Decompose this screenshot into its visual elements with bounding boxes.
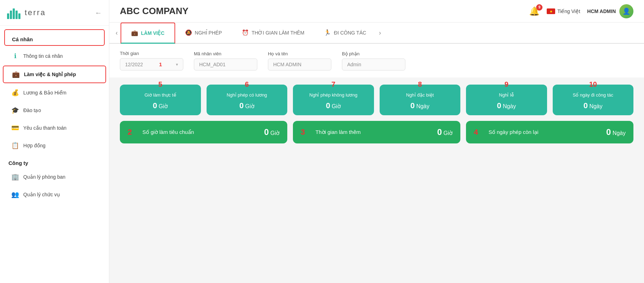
contract-icon: 📋 xyxy=(11,142,19,149)
collapse-button[interactable]: ← xyxy=(95,9,102,17)
work-icon: 💼 xyxy=(12,70,20,78)
avatar: 👤 xyxy=(619,4,633,18)
sidebar-item-hop-dong[interactable]: 📋 Hợp đồng xyxy=(3,137,106,154)
sidebar-item-label: Yêu cầu thanh toán xyxy=(23,125,67,131)
filter-ma-nhan-vien: Mã nhân viên HCM_AD01 xyxy=(194,51,257,70)
card-value: 0 Giờ xyxy=(264,127,280,137)
svg-rect-2 xyxy=(13,8,15,19)
sidebar-item-quan-ly-phong[interactable]: 🏢 Quản lý phòng ban xyxy=(3,169,106,185)
sidebar-item-label: Quản lý phòng ban xyxy=(23,174,66,180)
bottom-card-4: 4 Số ngày phép còn lại 0 Ngày xyxy=(466,121,633,143)
sidebar-item-label: Đào tạo xyxy=(23,107,41,113)
work-tab-icon: 💼 xyxy=(131,30,138,36)
sidebar-item-label: Làm việc & Nghỉ phép xyxy=(24,72,76,77)
tab-label: NGHỈ PHÉP xyxy=(195,30,222,36)
sidebar-item-luong[interactable]: 💰 Lương & Bảo Hiểm xyxy=(3,85,106,101)
language-label: Tiếng Việt xyxy=(557,8,580,14)
ho-va-ten-label: Họ và tên xyxy=(268,51,331,56)
thoi-gian-label: Thời gian xyxy=(120,51,183,56)
bottom-card-2: 2 Số giờ làm tiêu chuẩn 0 Giờ xyxy=(120,121,287,143)
sidebar-section-cong-ty: Công ty xyxy=(0,154,109,168)
tab-label: ĐI CÔNG TÁC xyxy=(334,30,366,36)
leave-tab-icon: 🔕 xyxy=(185,29,192,36)
sidebar-item-yeu-cau[interactable]: 💳 Yêu cầu thanh toán xyxy=(3,120,106,136)
svg-rect-0 xyxy=(7,13,9,19)
card-value: 0 Giờ xyxy=(153,101,168,110)
topbar: ABC COMPANY 🔔 9 Tiếng Việt HCM ADMIN 👤 xyxy=(109,0,644,23)
card-badge: 6 xyxy=(245,80,249,88)
main-area: ABC COMPANY 🔔 9 Tiếng Việt HCM ADMIN 👤 ‹… xyxy=(109,0,644,283)
overtime-tab-icon: ⏰ xyxy=(242,29,249,36)
card-title: Nghỉ lễ xyxy=(499,92,514,98)
content-area: ‹ 💼 LÀM VIỆC 🔕 NGHỈ PHÉP ⏰ THỜI GIAN LÀM… xyxy=(109,23,644,283)
notification-button[interactable]: 🔔 9 xyxy=(529,6,540,16)
bottom-card-3: 3 Thời gian làm thêm 0 Giờ xyxy=(293,121,460,143)
card-title: Số ngày đi công tác xyxy=(573,92,613,98)
svg-rect-4 xyxy=(18,13,20,19)
filter-thoi-gian: Thời gian 12/2022 1 ▾ xyxy=(120,51,183,70)
sidebar-item-thong-tin[interactable]: ℹ Thông tin cá nhân xyxy=(3,48,106,64)
bo-phan-value: Admin xyxy=(347,62,361,67)
card-badge: 10 xyxy=(589,80,597,88)
user-menu[interactable]: HCM ADMIN 👤 xyxy=(587,4,633,18)
tab-scroll-left[interactable]: ‹ xyxy=(113,29,121,37)
notification-badge: 9 xyxy=(536,4,542,11)
tab-scroll-right[interactable]: › xyxy=(376,29,384,37)
top-card-5: 5 Giờ làm thực tế 0 Giờ xyxy=(120,85,201,115)
top-card-9: 9 Nghỉ lễ 0 Ngày xyxy=(466,85,547,115)
top-card-8: 8 Nghỉ đặc biệt 0 Ngày xyxy=(380,85,461,115)
card-title: Số ngày phép còn lại xyxy=(489,129,601,135)
sidebar-item-label: Thông tin cá nhân xyxy=(23,53,63,59)
sidebar-item-quan-ly-chuc[interactable]: 👥 Quản lý chức vụ xyxy=(3,186,106,203)
info-icon: ℹ xyxy=(11,52,19,60)
card-title: Nghỉ đặc biệt xyxy=(406,92,434,98)
tabs-bar: ‹ 💼 LÀM VIỆC 🔕 NGHỈ PHÉP ⏰ THỜI GIAN LÀM… xyxy=(109,23,644,44)
ma-nhan-vien-input[interactable]: HCM_AD01 xyxy=(194,59,257,70)
language-selector[interactable]: Tiếng Việt xyxy=(547,8,580,14)
card-value: 0 Giờ xyxy=(437,127,453,137)
card-badge: 2 xyxy=(128,128,137,137)
svg-rect-3 xyxy=(16,11,18,19)
position-icon: 👥 xyxy=(11,191,19,198)
training-icon: 🎓 xyxy=(11,106,19,114)
thoi-gian-value: 12/2022 xyxy=(125,62,143,67)
ma-nhan-vien-label: Mã nhân viên xyxy=(194,51,257,56)
sidebar-section-ca-nhan: Cá nhân xyxy=(4,29,105,46)
business-trip-tab-icon: 🏃 xyxy=(324,29,331,36)
thoi-gian-badge: 1 xyxy=(159,61,162,67)
card-value: 0 Ngày xyxy=(583,101,602,110)
user-name-label: HCM ADMIN xyxy=(587,8,616,14)
cards-area: 5 Giờ làm thực tế 0 Giờ 6 Nghỉ phép có l… xyxy=(109,78,644,156)
sidebar-item-label: Quản lý chức vụ xyxy=(23,192,60,197)
logo-icon xyxy=(7,6,21,19)
card-title: Nghỉ phép không lương xyxy=(309,92,357,98)
ma-nhan-vien-value: HCM_AD01 xyxy=(199,62,226,67)
top-card-6: 6 Nghỉ phép có lương 0 Giờ xyxy=(207,85,288,115)
card-title: Số giờ làm tiêu chuẩn xyxy=(142,129,259,135)
dropdown-arrow-icon: ▾ xyxy=(176,62,178,67)
sidebar-header: terra ← xyxy=(0,0,109,26)
department-icon: 🏢 xyxy=(11,173,19,181)
tab-lam-viec[interactable]: 💼 LÀM VIỆC xyxy=(121,23,175,44)
tab-overtime[interactable]: ⏰ THỜI GIAN LÀM THÊM xyxy=(232,23,314,43)
sidebar-item-lam-viec[interactable]: 💼 Làm việc & Nghỉ phép xyxy=(3,66,106,83)
bo-phan-input[interactable]: Admin xyxy=(342,59,405,70)
filter-ho-va-ten: Họ và tên HCM ADMIN xyxy=(268,51,331,70)
logo-area: terra xyxy=(7,6,46,19)
sidebar-item-dao-tao[interactable]: 🎓 Đào tạo xyxy=(3,102,106,118)
ho-va-ten-value: HCM ADMIN xyxy=(273,62,301,67)
tab-nghi-phep[interactable]: 🔕 NGHỈ PHÉP xyxy=(175,23,232,43)
card-title: Giờ làm thực tế xyxy=(145,92,176,98)
ho-va-ten-input[interactable]: HCM ADMIN xyxy=(268,59,331,70)
thoi-gian-input[interactable]: 12/2022 1 ▾ xyxy=(120,58,183,70)
sidebar: terra ← Cá nhân ℹ Thông tin cá nhân 💼 Là… xyxy=(0,0,109,283)
vietnam-flag-icon xyxy=(547,8,555,14)
card-value: 0 Giờ xyxy=(239,101,254,110)
top-cards-row: 5 Giờ làm thực tế 0 Giờ 6 Nghỉ phép có l… xyxy=(120,85,633,115)
tab-cong-tac[interactable]: 🏃 ĐI CÔNG TÁC xyxy=(314,23,376,43)
payment-icon: 💳 xyxy=(11,124,19,132)
salary-icon: 💰 xyxy=(11,89,19,97)
svg-rect-1 xyxy=(10,11,12,19)
bottom-cards-row: 2 Số giờ làm tiêu chuẩn 0 Giờ 3 Thời gia… xyxy=(120,121,633,143)
company-title: ABC COMPANY xyxy=(120,6,189,17)
